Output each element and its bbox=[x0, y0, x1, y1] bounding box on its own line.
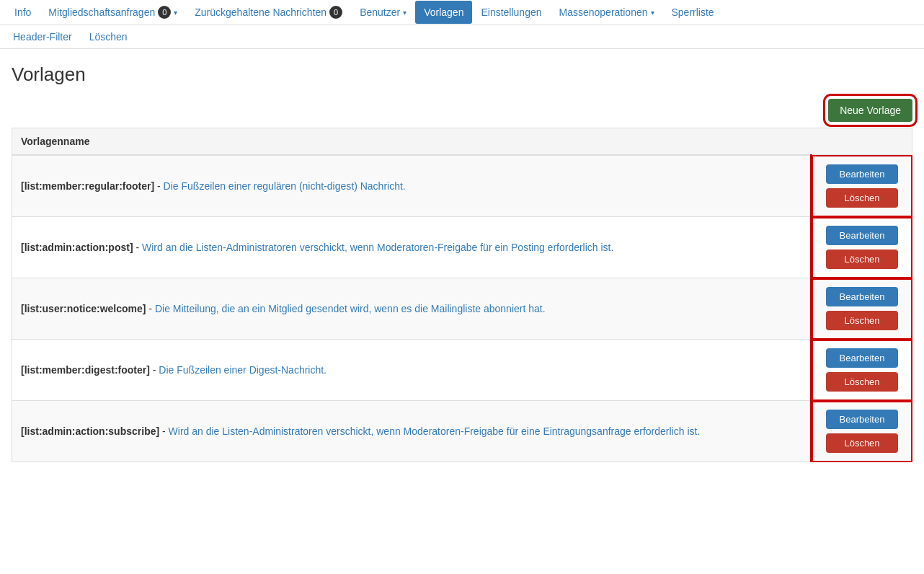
template-description: Wird an die Listen-Administratoren versc… bbox=[169, 425, 701, 437]
template-name: [list:member:regular:footer] bbox=[21, 180, 154, 192]
delete-button[interactable]: Löschen bbox=[826, 311, 898, 330]
table-row: [list:admin:action:post] - Wird an die L… bbox=[12, 217, 912, 278]
top-navigation: Info Mitgliedschaftsanfragen 0 ▾ Zurückg… bbox=[0, 0, 924, 25]
template-actions-cell: BearbeitenLöschen bbox=[812, 340, 912, 401]
table-row: [list:member:regular:footer] - Die Fußze… bbox=[12, 155, 912, 217]
template-actions-cell: BearbeitenLöschen bbox=[812, 401, 912, 462]
template-name-cell: [list:admin:action:post] - Wird an die L… bbox=[12, 217, 812, 278]
templates-table: Vorlagenname [list:member:regular:footer… bbox=[12, 128, 912, 462]
delete-button[interactable]: Löschen bbox=[826, 433, 898, 453]
table-row: [list:member:digest:footer] - Die Fußzei… bbox=[12, 340, 912, 401]
nav-item-massenoperationen[interactable]: Massenoperationen ▾ bbox=[551, 1, 663, 24]
template-description: Wird an die Listen-Administratoren versc… bbox=[142, 242, 613, 253]
template-name: [list:admin:action:post] bbox=[21, 242, 133, 253]
table-row: [list:admin:action:subscribe] - Wird an … bbox=[12, 401, 912, 462]
template-description: Die Fußzeilen einer regulären (nicht-dig… bbox=[164, 180, 406, 192]
subnav-item-header-filter[interactable]: Header-Filter bbox=[6, 28, 79, 45]
page-title: Vorlagen bbox=[0, 49, 924, 93]
nav-label-mitgliedschaftsanfragen: Mitgliedschaftsanfragen bbox=[48, 6, 155, 18]
dropdown-arrow-benutzer: ▾ bbox=[403, 9, 407, 17]
actions-wrapper: BearbeitenLöschen bbox=[818, 164, 906, 208]
template-description: Die Fußzeilen einer Digest-Nachricht. bbox=[159, 364, 326, 376]
subnav-item-loeschen[interactable]: Löschen bbox=[82, 28, 135, 45]
nav-item-zurueckgehaltene[interactable]: Zurückgehaltene Nachrichten 0 bbox=[186, 0, 351, 25]
delete-button[interactable]: Löschen bbox=[826, 188, 898, 208]
actions-wrapper: BearbeitenLöschen bbox=[818, 348, 906, 392]
table-header-name: Vorlagenname bbox=[12, 128, 812, 156]
edit-button[interactable]: Bearbeiten bbox=[826, 348, 898, 368]
template-name: [list:user:notice:welcome] bbox=[21, 303, 146, 314]
actions-wrapper: BearbeitenLöschen bbox=[818, 410, 906, 453]
nav-item-mitgliedschaftsanfragen[interactable]: Mitgliedschaftsanfragen 0 ▾ bbox=[40, 0, 186, 25]
template-name-cell: [list:admin:action:subscribe] - Wird an … bbox=[12, 401, 812, 462]
button-bar: Neue Vorlage bbox=[0, 93, 924, 128]
new-vorlage-button[interactable]: Neue Vorlage bbox=[828, 99, 912, 122]
table-header-row: Vorlagenname bbox=[12, 128, 912, 156]
nav-item-info[interactable]: Info bbox=[6, 1, 40, 24]
sub-navigation: Header-Filter Löschen bbox=[0, 25, 924, 49]
nav-label-massenoperationen: Massenoperationen bbox=[559, 6, 648, 18]
template-actions-cell: BearbeitenLöschen bbox=[812, 155, 912, 217]
actions-wrapper: BearbeitenLöschen bbox=[818, 287, 906, 330]
edit-button[interactable]: Bearbeiten bbox=[826, 164, 898, 184]
edit-button[interactable]: Bearbeiten bbox=[826, 287, 898, 306]
nav-item-vorlagen[interactable]: Vorlagen bbox=[415, 1, 472, 24]
badge-mitgliedschaftsanfragen: 0 bbox=[158, 6, 171, 19]
template-name: [list:member:digest:footer] bbox=[21, 364, 150, 376]
template-description: Die Mitteilung, die an ein Mitglied gese… bbox=[155, 303, 546, 314]
delete-button[interactable]: Löschen bbox=[826, 372, 898, 392]
dropdown-arrow-mitgliedschaftsanfragen: ▾ bbox=[174, 9, 177, 17]
nav-item-sperrliste[interactable]: Sperrliste bbox=[663, 1, 723, 24]
table-row: [list:user:notice:welcome] - Die Mitteil… bbox=[12, 278, 912, 340]
edit-button[interactable]: Bearbeiten bbox=[826, 410, 898, 429]
template-name: [list:admin:action:subscribe] bbox=[21, 425, 159, 437]
template-name-cell: [list:member:digest:footer] - Die Fußzei… bbox=[12, 340, 812, 401]
badge-zurueckgehaltene: 0 bbox=[329, 6, 342, 19]
nav-label-zurueckgehaltene: Zurückgehaltene Nachrichten bbox=[195, 6, 326, 18]
templates-table-container: Vorlagenname [list:member:regular:footer… bbox=[0, 128, 924, 474]
template-name-cell: [list:user:notice:welcome] - Die Mitteil… bbox=[12, 278, 812, 340]
delete-button[interactable]: Löschen bbox=[826, 250, 898, 269]
nav-label-benutzer: Benutzer bbox=[360, 6, 400, 18]
template-actions-cell: BearbeitenLöschen bbox=[812, 278, 912, 340]
actions-wrapper: BearbeitenLöschen bbox=[818, 226, 906, 269]
dropdown-arrow-massenoperationen: ▾ bbox=[651, 9, 654, 17]
edit-button[interactable]: Bearbeiten bbox=[826, 226, 898, 245]
table-header-actions bbox=[812, 128, 912, 156]
nav-item-einstellungen[interactable]: Einstellungen bbox=[472, 1, 550, 24]
template-actions-cell: BearbeitenLöschen bbox=[812, 217, 912, 278]
template-name-cell: [list:member:regular:footer] - Die Fußze… bbox=[12, 155, 812, 217]
nav-item-benutzer[interactable]: Benutzer ▾ bbox=[351, 1, 415, 24]
